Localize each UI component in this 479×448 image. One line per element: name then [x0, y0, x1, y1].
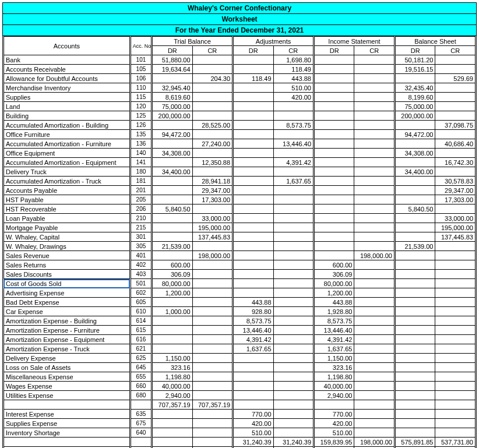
account-name[interactable]: Delivery Expense: [3, 354, 131, 363]
bs-cr-cell[interactable]: [435, 279, 476, 288]
bs-cr-cell[interactable]: [435, 382, 476, 391]
adj-dr-cell[interactable]: [233, 223, 273, 232]
is-dr-cell[interactable]: [314, 167, 354, 177]
adj-cr-cell[interactable]: [273, 232, 314, 242]
account-name[interactable]: Mortgage Payable: [3, 223, 131, 232]
table-row[interactable]: Delivery Expense6251,150.001,150.00: [3, 354, 476, 363]
is-dr-cell[interactable]: [314, 186, 354, 195]
is-dr-cell[interactable]: 1,198.80: [314, 372, 354, 382]
tb-cr-cell[interactable]: 195,000.00: [192, 223, 233, 232]
table-row[interactable]: Accumulated Amortization - Building12628…: [3, 121, 476, 130]
account-number[interactable]: 602: [130, 288, 152, 298]
tb-dr-cell[interactable]: [152, 428, 192, 438]
tb-cr-cell[interactable]: [192, 428, 233, 438]
account-name[interactable]: Building: [3, 111, 131, 121]
tb-cr-cell[interactable]: [192, 149, 233, 158]
is-cr-cell[interactable]: [354, 382, 395, 391]
adj-dr-cell[interactable]: [233, 242, 273, 251]
adj-cr-cell[interactable]: 8,573.75: [273, 121, 314, 130]
bs-cr-cell[interactable]: [435, 326, 476, 335]
adj-cr-cell[interactable]: 1,637.65: [273, 177, 314, 186]
bs-dr-cell[interactable]: [395, 410, 435, 419]
account-name[interactable]: Bad Debt Expense: [3, 298, 131, 307]
adj-dr-cell[interactable]: [233, 177, 273, 186]
is-dr-cell[interactable]: [314, 65, 354, 74]
tb-cr-cell[interactable]: [192, 438, 233, 447]
table-row[interactable]: Interest Expense635770.00770.00: [3, 410, 476, 419]
is-cr-cell[interactable]: [354, 344, 395, 354]
is-cr-cell[interactable]: [354, 186, 395, 195]
tb-cr-cell[interactable]: [192, 354, 233, 363]
adj-cr-cell[interactable]: [273, 344, 314, 354]
is-cr-cell[interactable]: [354, 139, 395, 149]
is-dr-cell[interactable]: [314, 223, 354, 232]
account-name[interactable]: W. Whaley, Capital: [3, 232, 131, 242]
tb-dr-cell[interactable]: [152, 186, 192, 195]
account-number[interactable]: 401: [130, 251, 152, 260]
account-name[interactable]: Sales Revenue: [3, 251, 131, 260]
bs-cr-cell[interactable]: [435, 260, 476, 270]
bs-dr-cell[interactable]: [395, 344, 435, 354]
tb-cr-cell[interactable]: [192, 372, 233, 382]
tb-dr-cell[interactable]: [152, 316, 192, 326]
adj-cr-cell[interactable]: [273, 410, 314, 419]
table-row[interactable]: Amortization Expense - Building6148,573.…: [3, 316, 476, 326]
tb-dr-cell[interactable]: 34,308.00: [152, 149, 192, 158]
adj-cr-cell[interactable]: [273, 223, 314, 232]
tb-cr-cell[interactable]: [192, 65, 233, 74]
account-name[interactable]: Loss on Sale of Assets: [3, 363, 131, 372]
bs-cr-cell[interactable]: 29,347.00: [435, 186, 476, 195]
account-name[interactable]: Delivery Truck: [3, 167, 131, 177]
tb-cr-cell[interactable]: [192, 270, 233, 279]
tb-cr-cell[interactable]: [192, 307, 233, 316]
table-row[interactable]: Cost of Goods Sold50180,000.0080,000.00: [3, 279, 476, 288]
tb-dr-cell[interactable]: [152, 177, 192, 186]
adj-cr-cell[interactable]: [273, 372, 314, 382]
account-name[interactable]: Supplies: [3, 93, 131, 102]
table-row[interactable]: Sales Revenue401198,000.00198,000.00: [3, 251, 476, 260]
tb-dr-cell[interactable]: 1,200.00: [152, 288, 192, 298]
tb-dr-cell[interactable]: [152, 335, 192, 344]
adj-cr-cell[interactable]: [273, 204, 314, 214]
account-number[interactable]: [130, 438, 152, 447]
table-row[interactable]: Allowance for Doubtful Accounts106204.30…: [3, 74, 476, 83]
is-dr-cell[interactable]: [314, 83, 354, 93]
tb-dr-cell[interactable]: [152, 121, 192, 130]
bs-dr-cell[interactable]: [395, 363, 435, 372]
bs-dr-cell[interactable]: [395, 158, 435, 167]
account-name[interactable]: Land: [3, 102, 131, 111]
table-row[interactable]: 31,240.3931,240.39159,839.95198,000.0057…: [3, 438, 476, 447]
bs-cr-cell[interactable]: [435, 307, 476, 316]
table-row[interactable]: Wages Expense66040,000.0040,000.00: [3, 382, 476, 391]
is-cr-cell[interactable]: [354, 214, 395, 223]
adj-cr-cell[interactable]: [273, 149, 314, 158]
adj-dr-cell[interactable]: [233, 139, 273, 149]
is-dr-cell[interactable]: 8,573.75: [314, 316, 354, 326]
adj-dr-cell[interactable]: [233, 111, 273, 121]
account-name[interactable]: Utilities Expense: [3, 391, 131, 400]
table-row[interactable]: Accounts Receivable10519,634.64118.4919,…: [3, 65, 476, 74]
account-number[interactable]: 655: [130, 372, 152, 382]
is-cr-cell[interactable]: [354, 335, 395, 344]
table-row[interactable]: Office Equipment14034,308.0034,308.00: [3, 149, 476, 158]
adj-dr-cell[interactable]: 13,446.40: [233, 326, 273, 335]
table-row[interactable]: Land12075,000.0075,000.00: [3, 102, 476, 111]
tb-dr-cell[interactable]: [152, 74, 192, 83]
is-dr-cell[interactable]: [314, 121, 354, 130]
is-cr-cell[interactable]: [354, 74, 395, 83]
adj-cr-cell[interactable]: [273, 102, 314, 111]
bs-cr-cell[interactable]: [435, 419, 476, 428]
account-number[interactable]: 106: [130, 74, 152, 83]
adj-cr-cell[interactable]: 443.88: [273, 74, 314, 83]
is-dr-cell[interactable]: 306.09: [314, 270, 354, 279]
table-row[interactable]: Advertising Expense6021,200.001,200.00: [3, 288, 476, 298]
is-cr-cell[interactable]: [354, 232, 395, 242]
is-cr-cell[interactable]: [354, 149, 395, 158]
tb-cr-cell[interactable]: [192, 242, 233, 251]
table-row[interactable]: Accumulated Amortization - Furniture1362…: [3, 139, 476, 149]
bs-cr-cell[interactable]: [435, 410, 476, 419]
adj-cr-cell[interactable]: [273, 391, 314, 400]
account-name[interactable]: Office Equipment: [3, 149, 131, 158]
tb-dr-cell[interactable]: 40,000.00: [152, 382, 192, 391]
bs-dr-cell[interactable]: [395, 326, 435, 335]
